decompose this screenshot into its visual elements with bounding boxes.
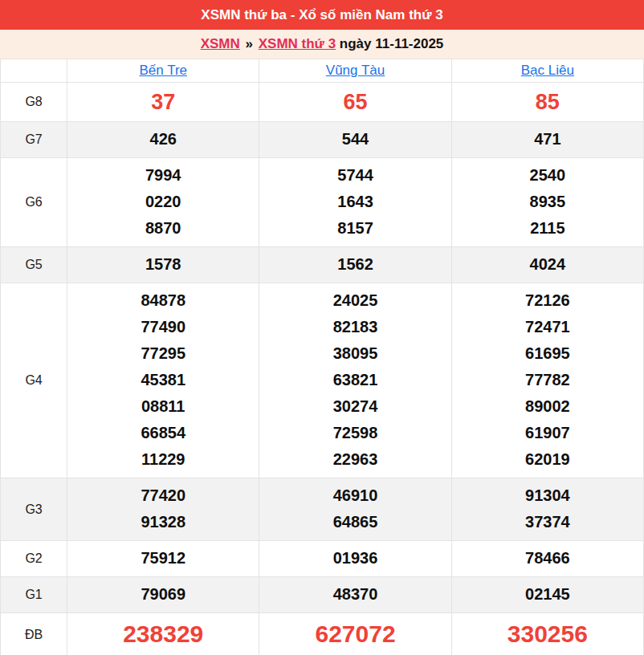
result-number: 1578 [67,251,259,278]
row-label: G7 [1,122,67,158]
breadcrumb: XSMN » XSMN thứ 3 ngày 11-11-2025 [0,30,644,59]
result-cell: 75912 [67,541,259,577]
result-number: 91304 [452,482,643,509]
result-number: 65 [259,87,450,117]
result-cell: 799402208870 [67,158,259,247]
result-number: 72598 [259,420,450,446]
result-cell: 79069 [67,577,259,613]
result-cell: 1562 [259,247,451,283]
lottery-results-page: XSMN thứ ba - Xổ số miền Nam thứ 3 XSMN … [0,0,644,655]
result-cell: 627072 [259,613,451,655]
result-number: 89002 [452,393,643,420]
result-number: 8157 [259,215,450,242]
row-label: G3 [1,478,67,541]
result-number: 63821 [259,367,450,393]
result-number: 72126 [452,287,643,314]
row-label: ĐB [1,613,67,655]
column-header-row: Bến TreVũng TàuBạc Liêu [1,59,644,83]
result-number: 2115 [452,215,643,242]
result-cell: 9130437374 [451,478,643,541]
result-number: 330256 [452,617,643,651]
result-cell: 4691064865 [259,478,451,541]
table-row: G7426544471 [1,122,644,158]
row-label: G4 [1,283,67,478]
result-number: 24025 [259,287,450,314]
result-cell: 24025821833809563821302747259822963 [259,283,451,478]
result-number: 85 [452,87,643,117]
result-number: 77295 [67,340,259,367]
result-number: 238329 [67,617,259,651]
table-row: G3774209132846910648659130437374 [1,478,644,541]
result-number: 2540 [452,162,643,189]
table-row: G6799402208870574416438157254089352115 [1,158,644,247]
result-number: 471 [452,126,643,153]
result-number: 1643 [259,189,450,215]
row-label: G1 [1,577,67,613]
result-number: 02145 [452,581,643,608]
result-cell: 78466 [451,541,643,577]
result-number: 22963 [259,446,450,473]
result-cell: 330256 [451,613,643,655]
page-title: XSMN thứ ba - Xổ số miền Nam thứ 3 [0,0,644,30]
breadcrumb-link-xsmn[interactable]: XSMN [201,36,240,51]
column-header: Bạc Liêu [451,59,643,83]
province-link[interactable]: Bạc Liêu [521,63,574,78]
result-number: 426 [67,126,259,153]
province-link[interactable]: Bến Tre [139,63,187,78]
result-cell: 4024 [451,247,643,283]
result-cell: 544 [259,122,451,158]
result-number: 37 [67,87,259,117]
result-number: 627072 [259,617,450,651]
row-label: G8 [1,83,67,122]
result-number: 82183 [259,314,450,340]
result-number: 37374 [452,509,643,535]
result-cell: 02145 [451,577,643,613]
breadcrumb-date: ngày 11-11-2025 [340,36,443,51]
result-number: 1562 [259,251,450,278]
result-number: 30274 [259,393,450,420]
corner-cell [1,59,67,83]
result-number: 79069 [67,581,259,608]
result-cell: 426 [67,122,259,158]
result-number: 544 [259,126,450,153]
result-number: 01936 [259,545,450,572]
table-row: G8376585 [1,83,644,122]
results-table-body: G8376585G7426544471G67994022088705744164… [1,83,644,655]
results-table: Bến TreVũng TàuBạc Liêu G8376585G7426544… [0,59,644,655]
result-number: 75912 [67,545,259,572]
result-number: 72471 [452,314,643,340]
table-row: G484878774907729545381088116685411229240… [1,283,644,478]
result-cell: 85 [451,83,643,122]
column-header: Bến Tre [67,59,259,83]
province-link[interactable]: Vũng Tàu [326,63,385,78]
column-header: Vũng Tàu [259,59,451,83]
result-number: 5744 [259,162,450,189]
result-number: 0220 [67,189,259,215]
row-label: G6 [1,158,67,247]
result-cell: 37 [67,83,259,122]
result-number: 61907 [452,420,643,446]
result-cell: 48370 [259,577,451,613]
table-row: G5157815624024 [1,247,644,283]
result-number: 61695 [452,340,643,367]
result-number: 46910 [259,482,450,509]
result-number: 77782 [452,367,643,393]
result-cell: 574416438157 [259,158,451,247]
table-row: ĐB238329627072330256 [1,613,644,655]
result-number: 48370 [259,581,450,608]
result-cell: 84878774907729545381088116685411229 [67,283,259,478]
result-number: 91328 [67,509,259,535]
result-number: 84878 [67,287,259,314]
result-cell: 7742091328 [67,478,259,541]
result-cell: 1578 [67,247,259,283]
table-row: G2759120193678466 [1,541,644,577]
breadcrumb-link-xsmn-thu-3[interactable]: XSMN thứ 3 [259,36,336,51]
result-cell: 254089352115 [451,158,643,247]
result-number: 11229 [67,446,259,473]
row-label: G5 [1,247,67,283]
result-number: 66854 [67,420,259,446]
result-number: 8870 [67,215,259,242]
result-number: 4024 [452,251,643,278]
result-number: 45381 [67,367,259,393]
result-number: 77420 [67,482,259,509]
